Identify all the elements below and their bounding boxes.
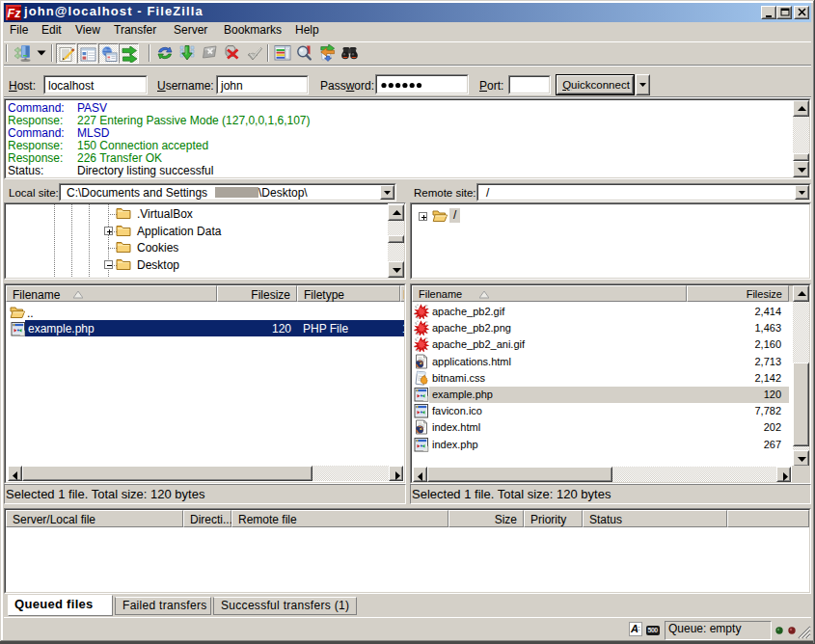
svg-text:Fz: Fz	[8, 7, 22, 20]
